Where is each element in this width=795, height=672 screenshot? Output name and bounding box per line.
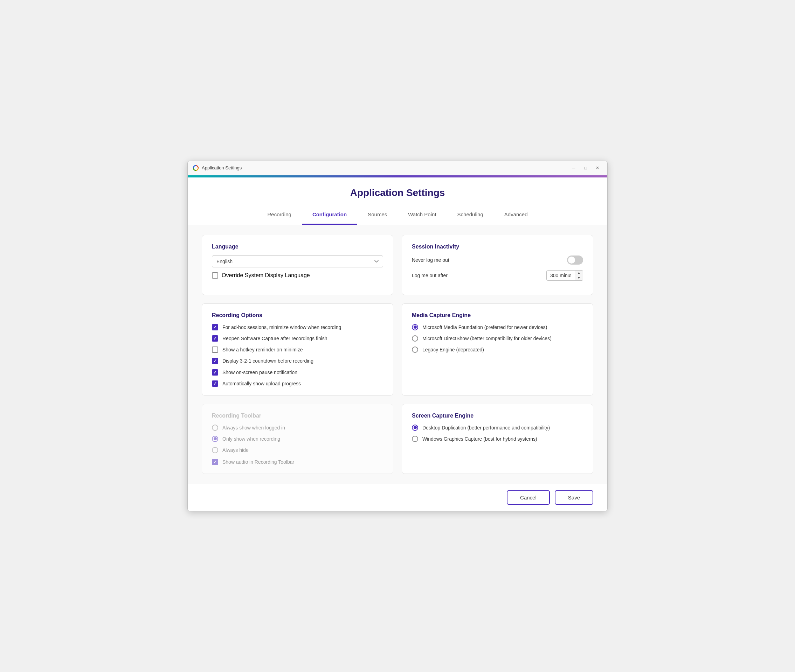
- show-audio-label: Show audio in Recording Toolbar: [223, 459, 294, 465]
- minutes-input-wrap: ▲ ▼: [547, 270, 583, 281]
- spin-down-button[interactable]: ▼: [575, 275, 583, 280]
- toolbar-option-0: Always show when logged in: [212, 424, 383, 431]
- recording-toolbar-card: Recording Toolbar Always show when logge…: [202, 404, 393, 474]
- recording-option-2[interactable]: Show a hotkey reminder on minimize: [212, 347, 383, 353]
- media-capture-radio-1[interactable]: [412, 335, 418, 342]
- recording-option-label-1: Reopen Software Capture after recordings…: [223, 335, 327, 342]
- minutes-input[interactable]: [547, 270, 575, 280]
- main-content: Language English French German Spanish J…: [188, 225, 607, 484]
- show-audio-row: Show audio in Recording Toolbar: [212, 459, 383, 465]
- language-title: Language: [212, 243, 383, 250]
- recording-option-3[interactable]: Display 3-2-1 countdown before recording: [212, 358, 383, 364]
- recording-option-label-4: Show on-screen pause notification: [223, 369, 297, 376]
- middle-row: Recording Options For ad-hoc sessions, m…: [202, 304, 593, 395]
- override-row: Override System Display Language: [212, 272, 383, 278]
- recording-options-list: For ad-hoc sessions, minimize window whe…: [212, 324, 383, 387]
- footer: Cancel Save: [188, 484, 607, 511]
- screen-capture-title: Screen Capture Engine: [412, 413, 583, 419]
- tab-advanced[interactable]: Advanced: [494, 205, 538, 225]
- media-capture-option-0[interactable]: Microsoft Media Foundation (preferred fo…: [412, 324, 583, 330]
- recording-option-label-2: Show a hotkey reminder on minimize: [223, 347, 303, 353]
- override-checkbox[interactable]: [212, 272, 218, 278]
- recording-option-5[interactable]: Automatically show upload progress: [212, 381, 383, 387]
- language-select[interactable]: English French German Spanish Japanese C…: [212, 256, 383, 267]
- media-capture-radio-0[interactable]: [412, 324, 418, 330]
- recording-option-label-0: For ad-hoc sessions, minimize window whe…: [223, 324, 341, 330]
- toolbar-option-2: Always hide: [212, 447, 383, 453]
- recording-option-0[interactable]: For ad-hoc sessions, minimize window whe…: [212, 324, 383, 330]
- never-log-out-label: Never log me out: [412, 257, 449, 263]
- media-capture-option-1[interactable]: Microsoft DirectShow (better compatibili…: [412, 335, 583, 342]
- application-window: Application Settings ─ □ ✕ Application S…: [188, 161, 607, 511]
- language-card: Language English French German Spanish J…: [202, 235, 393, 295]
- recording-checkbox-1[interactable]: [212, 335, 218, 342]
- recording-checkbox-4[interactable]: [212, 369, 218, 376]
- media-capture-label-0: Microsoft Media Foundation (preferred fo…: [422, 325, 547, 330]
- tab-bar: Recording Configuration Sources Watch Po…: [188, 205, 607, 225]
- toolbar-radio-2: [212, 447, 218, 453]
- cancel-button[interactable]: Cancel: [507, 490, 550, 505]
- recording-checkbox-2[interactable]: [212, 347, 218, 353]
- recording-toolbar-radio-list: Always show when logged in Only show whe…: [212, 424, 383, 453]
- recording-option-1[interactable]: Reopen Software Capture after recordings…: [212, 335, 383, 342]
- screen-capture-radio-1[interactable]: [412, 436, 418, 442]
- toolbar-label-2: Always hide: [223, 447, 248, 453]
- toolbar-radio-1: [212, 436, 218, 442]
- maximize-button[interactable]: □: [581, 165, 590, 171]
- minimize-button[interactable]: ─: [569, 165, 579, 171]
- page-title-area: Application Settings: [188, 178, 607, 205]
- recording-options-card: Recording Options For ad-hoc sessions, m…: [202, 304, 393, 395]
- tab-sources[interactable]: Sources: [357, 205, 398, 225]
- title-bar-left: Application Settings: [192, 165, 242, 171]
- spin-up-button[interactable]: ▲: [575, 270, 583, 275]
- show-audio-checkbox: [212, 459, 218, 465]
- title-bar: Application Settings ─ □ ✕: [188, 161, 607, 175]
- recording-checkbox-0[interactable]: [212, 324, 218, 330]
- recording-checkbox-3[interactable]: [212, 358, 218, 364]
- recording-checkbox-5[interactable]: [212, 381, 218, 387]
- media-capture-radio-2[interactable]: [412, 347, 418, 353]
- media-capture-option-2[interactable]: Legacy Engine (deprecated): [412, 347, 583, 353]
- close-button[interactable]: ✕: [593, 165, 603, 171]
- override-label: Override System Display Language: [222, 272, 310, 278]
- session-inactivity-title: Session Inactivity: [412, 243, 583, 250]
- spin-buttons: ▲ ▼: [575, 270, 583, 280]
- media-capture-label-2: Legacy Engine (deprecated): [422, 347, 484, 352]
- toolbar-label-0: Always show when logged in: [223, 425, 285, 430]
- screen-capture-engine-card: Screen Capture Engine Desktop Duplicatio…: [402, 404, 593, 474]
- screen-capture-option-0[interactable]: Desktop Duplication (better performance …: [412, 424, 583, 431]
- recording-options-title: Recording Options: [212, 312, 383, 318]
- never-log-out-toggle[interactable]: [567, 256, 583, 265]
- screen-capture-option-1[interactable]: Windows Graphics Capture (best for hybri…: [412, 436, 583, 442]
- title-bar-controls: ─ □ ✕: [569, 165, 603, 171]
- screen-capture-label-1: Windows Graphics Capture (best for hybri…: [422, 436, 537, 442]
- tab-watchpoint[interactable]: Watch Point: [398, 205, 447, 225]
- titlebar-title: Application Settings: [202, 165, 242, 170]
- bottom-row: Recording Toolbar Always show when logge…: [202, 404, 593, 474]
- media-capture-engine-card: Media Capture Engine Microsoft Media Fou…: [402, 304, 593, 395]
- toolbar-option-1: Only show when recording: [212, 436, 383, 442]
- screen-capture-label-0: Desktop Duplication (better performance …: [422, 425, 550, 430]
- screen-capture-radio-list: Desktop Duplication (better performance …: [412, 424, 583, 442]
- recording-option-label-5: Automatically show upload progress: [223, 381, 301, 387]
- media-capture-label-1: Microsoft DirectShow (better compatibili…: [422, 336, 551, 341]
- log-out-after-row: Log me out after ▲ ▼: [412, 270, 583, 281]
- page-title: Application Settings: [188, 187, 607, 198]
- recording-toolbar-title: Recording Toolbar: [212, 413, 383, 419]
- tab-recording[interactable]: Recording: [257, 205, 302, 225]
- screen-capture-radio-0[interactable]: [412, 424, 418, 431]
- recording-option-label-3: Display 3-2-1 countdown before recording: [223, 358, 313, 364]
- session-inactivity-card: Session Inactivity Never log me out Log …: [402, 235, 593, 295]
- toolbar-radio-0: [212, 424, 218, 431]
- media-capture-radio-list: Microsoft Media Foundation (preferred fo…: [412, 324, 583, 353]
- tab-scheduling[interactable]: Scheduling: [447, 205, 494, 225]
- log-out-after-label: Log me out after: [412, 273, 447, 278]
- tab-configuration[interactable]: Configuration: [302, 205, 357, 225]
- toolbar-label-1: Only show when recording: [223, 436, 280, 442]
- never-log-out-row: Never log me out: [412, 256, 583, 265]
- recording-option-4[interactable]: Show on-screen pause notification: [212, 369, 383, 376]
- app-icon: [192, 165, 199, 171]
- save-button[interactable]: Save: [555, 490, 593, 505]
- top-row: Language English French German Spanish J…: [202, 235, 593, 295]
- media-capture-title: Media Capture Engine: [412, 312, 583, 318]
